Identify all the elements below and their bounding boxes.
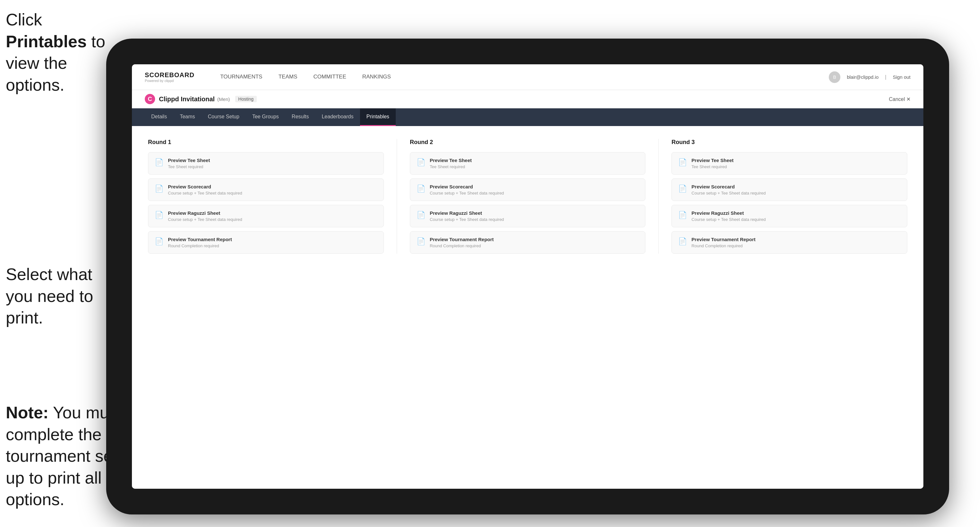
nav-teams[interactable]: TEAMS — [278, 72, 297, 82]
tab-leaderboards[interactable]: Leaderboards — [315, 108, 360, 126]
r2-raguzzi-subtitle: Course setup + Tee Sheet data required — [430, 217, 504, 222]
r3-scorecard-title: Preview Scorecard — [691, 184, 766, 189]
logo-scoreboard: SCOREBOARD — [145, 71, 194, 79]
round-2-cards: 📄 Preview Tee Sheet Tee Sheet required 📄… — [410, 152, 646, 254]
separator-1 — [397, 139, 397, 254]
top-nav-links: TOURNAMENTS TEAMS COMMITTEE RANKINGS — [220, 72, 810, 82]
r3-report-card[interactable]: 📄 Preview Tournament Report Round Comple… — [671, 231, 907, 254]
r3-raguzzi-card[interactable]: 📄 Preview Raguzzi Sheet Course setup + T… — [671, 205, 907, 227]
r3-tee-sheet-card[interactable]: 📄 Preview Tee Sheet Tee Sheet required — [671, 152, 907, 175]
r2-scorecard-content: Preview Scorecard Course setup + Tee She… — [430, 184, 504, 195]
r1-scorecard-icon: 📄 — [155, 184, 164, 193]
r3-tee-sheet-icon: 📄 — [678, 158, 687, 167]
r2-raguzzi-icon: 📄 — [417, 211, 425, 219]
r1-report-icon: 📄 — [155, 237, 164, 246]
r2-raguzzi-content: Preview Raguzzi Sheet Course setup + Tee… — [430, 210, 504, 222]
cancel-button[interactable]: Cancel ✕ — [889, 96, 910, 102]
tablet-frame: SCOREBOARD Powered by clippd TOURNAMENTS… — [106, 38, 949, 514]
round-3-column: Round 3 📄 Preview Tee Sheet Tee Sheet re… — [671, 139, 907, 254]
nav-rankings[interactable]: RANKINGS — [362, 72, 391, 82]
r1-raguzzi-card[interactable]: 📄 Preview Raguzzi Sheet Course setup + T… — [148, 205, 384, 227]
nav-committee[interactable]: COMMITTEE — [313, 72, 346, 82]
tab-tee-groups[interactable]: Tee Groups — [246, 108, 285, 126]
round-1-cards: 📄 Preview Tee Sheet Tee Sheet required 📄… — [148, 152, 384, 254]
r1-raguzzi-content: Preview Raguzzi Sheet Course setup + Tee… — [168, 210, 242, 222]
r1-scorecard-card[interactable]: 📄 Preview Scorecard Course setup + Tee S… — [148, 178, 384, 201]
r2-tee-sheet-card[interactable]: 📄 Preview Tee Sheet Tee Sheet required — [410, 152, 646, 175]
tournament-tag: (Men) — [217, 97, 230, 102]
r2-report-title: Preview Tournament Report — [430, 237, 494, 242]
r1-tee-sheet-content: Preview Tee Sheet Tee Sheet required — [168, 157, 210, 169]
logo-powered: Powered by clippd — [145, 79, 194, 83]
tab-course-setup[interactable]: Course Setup — [201, 108, 246, 126]
r2-scorecard-subtitle: Course setup + Tee Sheet data required — [430, 190, 504, 195]
r2-raguzzi-title: Preview Raguzzi Sheet — [430, 210, 504, 216]
r3-scorecard-card[interactable]: 📄 Preview Scorecard Course setup + Tee S… — [671, 178, 907, 201]
main-content: Round 1 📄 Preview Tee Sheet Tee Sheet re… — [132, 126, 923, 489]
r3-report-subtitle: Round Completion required — [691, 243, 756, 248]
round-1-title: Round 1 — [148, 139, 384, 146]
tab-bar: Details Teams Course Setup Tee Groups Re… — [132, 108, 923, 126]
r3-raguzzi-content: Preview Raguzzi Sheet Course setup + Tee… — [691, 210, 766, 222]
tab-printables[interactable]: Printables — [360, 108, 396, 126]
r2-scorecard-title: Preview Scorecard — [430, 184, 504, 189]
r1-scorecard-title: Preview Scorecard — [168, 184, 242, 189]
hosting-badge: Hosting — [235, 96, 257, 102]
r2-scorecard-icon: 📄 — [417, 184, 425, 193]
r1-report-subtitle: Round Completion required — [168, 243, 232, 248]
r3-report-icon: 📄 — [678, 237, 687, 246]
r3-tee-sheet-title: Preview Tee Sheet — [691, 157, 733, 163]
user-avatar: B — [829, 71, 840, 83]
r1-tee-sheet-icon: 📄 — [155, 158, 164, 167]
round-2-column: Round 2 📄 Preview Tee Sheet Tee Sheet re… — [410, 139, 646, 254]
top-nav: SCOREBOARD Powered by clippd TOURNAMENTS… — [132, 64, 923, 90]
logo-area: SCOREBOARD Powered by clippd — [145, 71, 194, 83]
r3-report-content: Preview Tournament Report Round Completi… — [691, 237, 756, 248]
r1-raguzzi-subtitle: Course setup + Tee Sheet data required — [168, 217, 242, 222]
r2-tee-sheet-icon: 📄 — [417, 158, 425, 167]
separator-2 — [658, 139, 659, 254]
r2-report-icon: 📄 — [417, 237, 425, 246]
tab-teams[interactable]: Teams — [173, 108, 201, 126]
r3-scorecard-subtitle: Course setup + Tee Sheet data required — [691, 190, 766, 195]
r1-report-card[interactable]: 📄 Preview Tournament Report Round Comple… — [148, 231, 384, 254]
r1-report-title: Preview Tournament Report — [168, 237, 232, 242]
tab-details[interactable]: Details — [145, 108, 173, 126]
round-3-cards: 📄 Preview Tee Sheet Tee Sheet required 📄… — [671, 152, 907, 254]
r1-scorecard-content: Preview Scorecard Course setup + Tee She… — [168, 184, 242, 195]
r3-report-title: Preview Tournament Report — [691, 237, 756, 242]
user-email: blair@clippd.io — [847, 74, 879, 80]
r2-raguzzi-card[interactable]: 📄 Preview Raguzzi Sheet Course setup + T… — [410, 205, 646, 227]
r1-tee-sheet-title: Preview Tee Sheet — [168, 157, 210, 163]
annotation-middle: Select what you need to print. — [6, 264, 122, 329]
r3-scorecard-content: Preview Scorecard Course setup + Tee She… — [691, 184, 766, 195]
sign-out-link[interactable]: Sign out — [893, 74, 910, 80]
tablet-screen: SCOREBOARD Powered by clippd TOURNAMENTS… — [132, 64, 923, 489]
top-nav-right: B blair@clippd.io | Sign out — [829, 71, 910, 83]
r1-scorecard-subtitle: Course setup + Tee Sheet data required — [168, 190, 242, 195]
r1-raguzzi-title: Preview Raguzzi Sheet — [168, 210, 242, 216]
r1-report-content: Preview Tournament Report Round Completi… — [168, 237, 232, 248]
sub-header: C Clippd Invitational (Men) Hosting Canc… — [132, 90, 923, 108]
r2-tee-sheet-subtitle: Tee Sheet required — [430, 164, 472, 169]
r3-raguzzi-icon: 📄 — [678, 211, 687, 219]
r3-tee-sheet-subtitle: Tee Sheet required — [691, 164, 733, 169]
round-1-column: Round 1 📄 Preview Tee Sheet Tee Sheet re… — [148, 139, 384, 254]
tab-results[interactable]: Results — [285, 108, 315, 126]
r3-raguzzi-title: Preview Raguzzi Sheet — [691, 210, 766, 216]
rounds-container: Round 1 📄 Preview Tee Sheet Tee Sheet re… — [148, 139, 907, 254]
r3-raguzzi-subtitle: Course setup + Tee Sheet data required — [691, 217, 766, 222]
r1-raguzzi-icon: 📄 — [155, 211, 164, 219]
round-3-title: Round 3 — [671, 139, 907, 146]
r1-tee-sheet-card[interactable]: 📄 Preview Tee Sheet Tee Sheet required — [148, 152, 384, 175]
r2-tee-sheet-title: Preview Tee Sheet — [430, 157, 472, 163]
tournament-logo: C — [145, 94, 155, 104]
r2-report-card[interactable]: 📄 Preview Tournament Report Round Comple… — [410, 231, 646, 254]
r1-tee-sheet-subtitle: Tee Sheet required — [168, 164, 210, 169]
nav-tournaments[interactable]: TOURNAMENTS — [220, 72, 262, 82]
r2-scorecard-card[interactable]: 📄 Preview Scorecard Course setup + Tee S… — [410, 178, 646, 201]
r2-tee-sheet-content: Preview Tee Sheet Tee Sheet required — [430, 157, 472, 169]
r3-tee-sheet-content: Preview Tee Sheet Tee Sheet required — [691, 157, 733, 169]
r2-report-subtitle: Round Completion required — [430, 243, 494, 248]
tournament-name: Clippd Invitational — [159, 95, 215, 103]
